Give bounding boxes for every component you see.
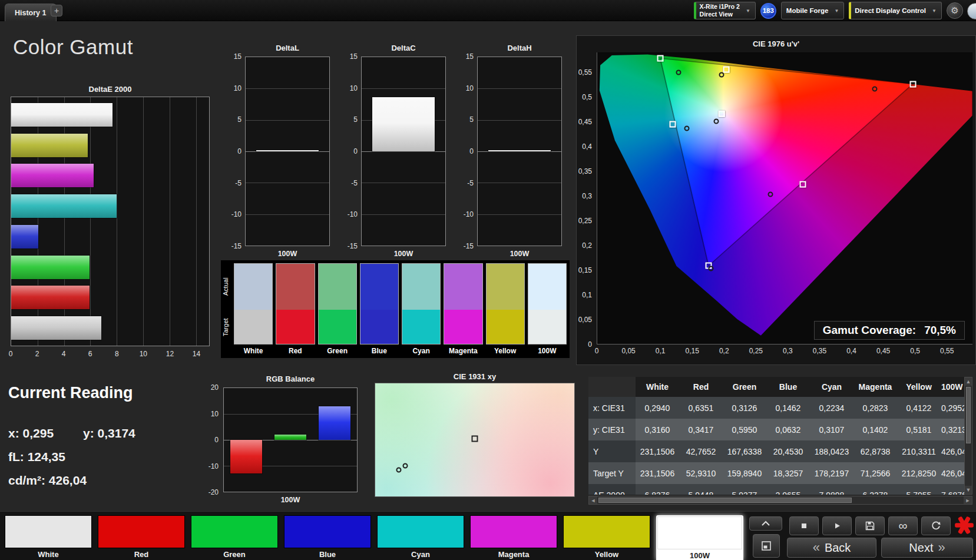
scroll-up-icon[interactable]: ▲	[965, 377, 972, 386]
swatch-target	[402, 310, 440, 344]
swatch-comparison-strip: Actual Target WhiteRedGreenBlueCyanMagen…	[221, 260, 570, 358]
table-cell: 0,3107	[810, 419, 853, 440]
table-cell: 0,3417	[679, 419, 723, 440]
row-label: y: CIE31	[588, 419, 636, 440]
window-icon	[760, 540, 772, 552]
red-bar	[230, 440, 262, 473]
scroll-right-icon[interactable]: ►	[964, 496, 972, 504]
window-pattern-button[interactable]	[753, 534, 780, 558]
table-cell: 20,4530	[766, 440, 810, 462]
axis-tick-label: -10	[209, 462, 219, 470]
patch-yellow[interactable]: Yellow	[563, 515, 650, 560]
swatch-actual	[528, 264, 566, 310]
patch-label: 100W	[690, 551, 710, 560]
play-button[interactable]	[822, 516, 852, 535]
patch-label: Yellow	[595, 550, 618, 559]
gridline	[478, 151, 561, 152]
alert-asterisk-icon[interactable]	[953, 514, 975, 536]
reading-fl: fL: 124,35	[8, 450, 65, 464]
bar-row	[11, 164, 209, 187]
table-cell: 71,2566	[853, 462, 897, 484]
row-label: x: CIE31	[588, 397, 636, 419]
table-cell: 62,8738	[853, 440, 897, 462]
next-chevron-icon: »	[938, 540, 945, 555]
swatch-column-yellow: Yellow	[486, 263, 525, 358]
100w-bar	[488, 150, 550, 151]
axis-tick-label: -5	[235, 179, 241, 187]
meter-dropdown[interactable]: X-Rite i1Pro 2 Direct View ▼	[694, 2, 756, 19]
table-vertical-scrollbar[interactable]: ▲ ▼	[964, 377, 972, 495]
deltac-y-axis: 151050-5-10-15	[345, 57, 360, 246]
patch-red[interactable]: Red	[98, 515, 185, 560]
cie-target-cyan	[670, 121, 676, 127]
display-control-dropdown[interactable]: Direct Display Control ▼	[849, 2, 942, 19]
top-bar: History 1 + X-Rite i1Pro 2 Direct View ▼…	[0, 0, 976, 21]
patch-magenta[interactable]: Magenta	[470, 515, 557, 560]
patch-white[interactable]: White	[5, 515, 92, 560]
back-chevron-icon: «	[813, 540, 820, 555]
swatch-label: Yellow	[486, 344, 525, 356]
table-row: y: CIE310,31600,34170,59500,06320,31070,…	[588, 419, 964, 440]
patch-cyan[interactable]: Cyan	[377, 515, 464, 560]
back-button[interactable]: « Back	[787, 538, 876, 558]
swatch-actual	[276, 264, 314, 310]
gridline	[362, 151, 445, 152]
reading-cd: cd/m²: 426,04	[8, 473, 87, 488]
stop-button[interactable]	[789, 516, 819, 535]
swatch-stack	[234, 263, 273, 344]
swatch-stack	[318, 263, 357, 344]
source-dropdown[interactable]: Mobile Forge ▼	[781, 2, 844, 19]
tab-history-1[interactable]: History 1	[5, 4, 57, 21]
display-control-label: Direct Display Control	[855, 7, 926, 14]
swatch-columns: WhiteRedGreenBlueCyanMagentaYellow100W	[234, 263, 567, 358]
deltah-x-category: 100W	[477, 250, 562, 258]
page-title: Color Gamut	[13, 35, 133, 59]
reading-count-badge: 183	[760, 3, 776, 19]
swatch-actual	[487, 264, 524, 310]
deltae-bar-100w	[11, 103, 113, 127]
gamut-coverage-label: Gamut Coverage:	[823, 324, 916, 337]
scrollbar-thumb[interactable]	[598, 498, 852, 503]
patch-swatch	[284, 515, 371, 548]
chart-title: DeltaL	[245, 44, 330, 52]
actual-row-label: Actual	[222, 266, 231, 307]
settings-button[interactable]: ⚙	[947, 2, 963, 19]
chart-title: RGB Balance	[223, 375, 358, 383]
gridline	[246, 120, 329, 121]
edge-partial-button[interactable]	[967, 3, 976, 19]
scrollbar-thumb[interactable]	[966, 387, 971, 443]
next-button[interactable]: Next »	[881, 538, 973, 558]
swatch-stack	[528, 263, 567, 344]
table-row: Target Y231,150652,9310159,894018,325717…	[588, 462, 964, 484]
patch-blue[interactable]: Blue	[284, 515, 371, 560]
table-cell: 52,9310	[679, 462, 723, 484]
scroll-down-icon[interactable]: ▼	[965, 486, 972, 494]
table-horizontal-scrollbar[interactable]: ◄ ►	[588, 496, 972, 505]
add-tab-button[interactable]: +	[51, 5, 62, 16]
column-header	[588, 377, 636, 397]
patch-100w[interactable]: 100W	[656, 515, 743, 560]
patch-green[interactable]: Green	[191, 515, 278, 560]
current-reading-title: Current Reading	[8, 384, 133, 402]
test-patch-bar: WhiteRedGreenBlueCyanMagentaYellow100W	[5, 515, 743, 560]
loop-measure-button[interactable]	[921, 516, 951, 535]
continuous-measure-button[interactable]: ∞	[888, 516, 918, 535]
save-button[interactable]	[855, 516, 885, 535]
swatch-target	[276, 310, 314, 344]
axis-tick-label: 0	[588, 340, 592, 349]
deltae-bar-yellow	[11, 134, 88, 157]
axis-tick-label: 0	[214, 436, 219, 444]
axis-tick-label: 8	[115, 350, 119, 358]
cie-measured-yellow	[719, 72, 724, 77]
axis-tick-label: 0,4	[846, 347, 856, 355]
swatch-stack	[276, 263, 315, 344]
collapse-panel-button[interactable]	[749, 516, 782, 531]
gridline	[478, 214, 561, 215]
reading-y: y: 0,3174	[83, 426, 135, 440]
deltae2000-chart: DeltaE 2000 02468101214	[11, 84, 210, 360]
blue-bar	[319, 406, 350, 440]
swatch-label: Cyan	[402, 344, 441, 356]
axis-tick-label: 10	[140, 350, 147, 358]
deltae-bar-magenta	[11, 164, 94, 187]
scroll-left-icon[interactable]: ◄	[589, 496, 597, 504]
